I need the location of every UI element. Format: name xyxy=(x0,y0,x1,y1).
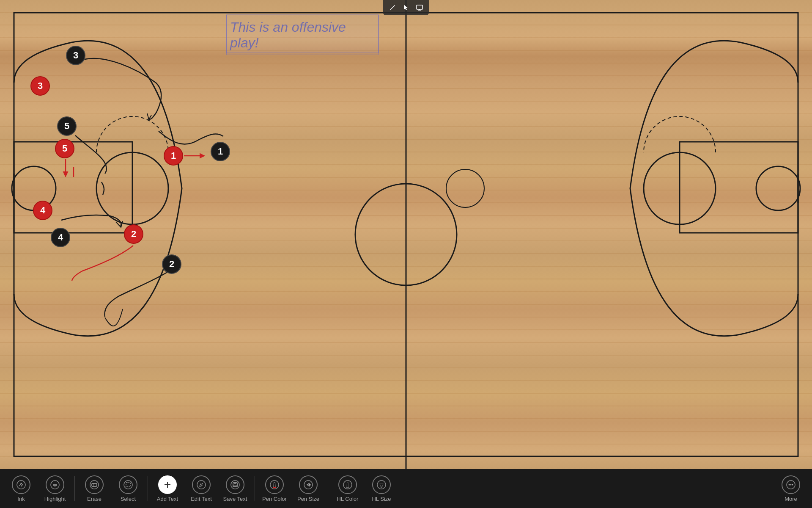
svg-point-11 xyxy=(446,169,484,207)
pen-color-label: Pen Color xyxy=(262,496,287,502)
player-black-2[interactable]: 2 xyxy=(162,254,181,274)
hl-size-button[interactable]: HL Size xyxy=(365,472,398,505)
divider-2 xyxy=(148,476,148,501)
save-text-button[interactable]: Save Text xyxy=(218,472,252,505)
add-text-label: Add Text xyxy=(157,496,178,502)
svg-point-19 xyxy=(17,480,25,489)
pen-color-icon xyxy=(265,475,284,494)
pen-size-icon xyxy=(299,475,318,494)
add-text-icon xyxy=(158,475,177,494)
svg-point-5 xyxy=(756,166,800,210)
player-red-3[interactable]: 3 xyxy=(30,76,50,96)
highlight-button[interactable]: Highlight xyxy=(38,472,72,505)
more-button[interactable]: More xyxy=(774,472,808,505)
player-black-1[interactable]: 1 xyxy=(211,142,230,161)
svg-rect-24 xyxy=(92,483,97,486)
svg-point-23 xyxy=(90,480,99,489)
player-black-5[interactable]: 5 xyxy=(57,116,77,136)
svg-point-46 xyxy=(790,484,792,485)
erase-icon xyxy=(85,475,104,494)
court-container: This is an offensive play! 3 1 5 4 2 3 5… xyxy=(0,0,812,469)
svg-point-32 xyxy=(231,480,239,489)
svg-point-26 xyxy=(124,480,132,489)
player-black-4[interactable]: 4 xyxy=(51,228,70,247)
divider-4 xyxy=(328,476,328,501)
player-red-1[interactable]: 1 xyxy=(164,146,183,166)
svg-point-45 xyxy=(789,484,790,485)
hl-size-icon xyxy=(372,475,391,494)
edit-text-icon xyxy=(192,475,211,494)
svg-rect-15 xyxy=(226,15,379,53)
select-icon xyxy=(119,475,137,494)
bottom-toolbar: Ink Highlight Erase xyxy=(0,469,812,508)
svg-line-31 xyxy=(202,483,203,484)
edit-text-button[interactable]: Edit Text xyxy=(184,472,218,505)
ink-button[interactable]: Ink xyxy=(4,472,38,505)
save-text-icon xyxy=(226,475,244,494)
top-toolbar xyxy=(383,0,429,15)
ink-icon xyxy=(12,475,30,494)
erase-label: Erase xyxy=(87,496,102,502)
player-red-5[interactable]: 5 xyxy=(55,139,74,158)
hl-color-label: HL Color xyxy=(337,496,359,502)
save-text-label: Save Text xyxy=(223,496,247,502)
select-label: Select xyxy=(121,496,136,502)
svg-point-39 xyxy=(309,483,311,486)
court-svg xyxy=(0,0,812,469)
more-label: More xyxy=(785,496,797,502)
player-red-2[interactable]: 2 xyxy=(124,224,143,244)
divider-1 xyxy=(74,476,75,501)
highlight-icon xyxy=(46,475,64,494)
divider-3 xyxy=(255,476,255,501)
more-icon xyxy=(782,475,800,494)
hl-color-button[interactable]: HL Color xyxy=(331,472,365,505)
player-red-4[interactable]: 4 xyxy=(33,201,52,220)
hl-color-icon xyxy=(338,475,357,494)
pen-size-button[interactable]: Pen Size xyxy=(291,472,325,505)
svg-point-38 xyxy=(304,480,313,489)
svg-rect-34 xyxy=(234,483,236,484)
annotate-icon[interactable] xyxy=(387,2,398,14)
ink-label: Ink xyxy=(17,496,25,502)
svg-rect-21 xyxy=(53,484,57,486)
svg-rect-16 xyxy=(417,5,422,9)
pen-color-button[interactable]: Pen Color xyxy=(258,472,291,505)
screen-icon[interactable] xyxy=(414,2,425,14)
svg-point-47 xyxy=(792,484,793,485)
edit-text-label: Edit Text xyxy=(191,496,212,502)
svg-rect-27 xyxy=(126,483,130,487)
pen-size-label: Pen Size xyxy=(297,496,319,502)
highlight-label: Highlight xyxy=(44,496,66,502)
hl-size-label: HL Size xyxy=(372,496,391,502)
select-button[interactable]: Select xyxy=(111,472,145,505)
cursor-icon[interactable] xyxy=(400,2,412,14)
add-text-button[interactable]: Add Text xyxy=(151,472,184,505)
svg-rect-35 xyxy=(234,485,236,486)
erase-button[interactable]: Erase xyxy=(77,472,111,505)
player-black-3[interactable]: 3 xyxy=(66,46,85,65)
